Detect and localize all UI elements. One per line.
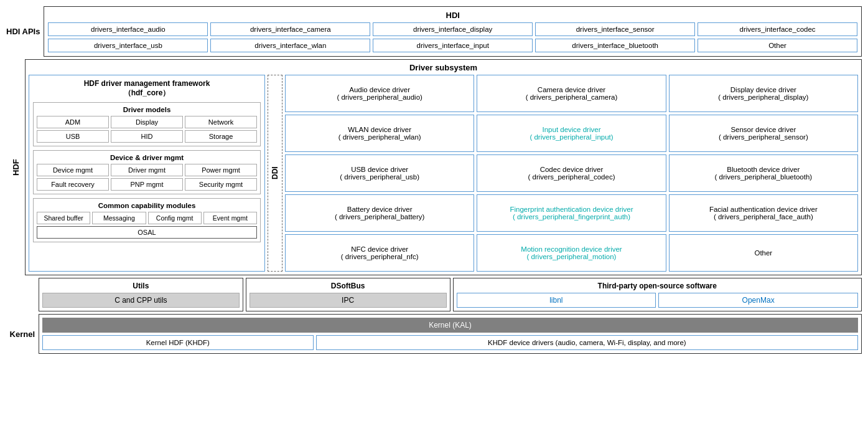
hdi-cell-codec: drivers_interface_codec [698,22,857,36]
driver-bluetooth: Bluetooth device driver( drivers_periphe… [669,154,858,192]
mgmt-security: Security mgmt [185,178,257,191]
model-display: Display [111,116,183,128]
model-usb: USB [37,130,109,143]
mgmt-driver: Driver mgmt [111,164,183,176]
common-capability-title: Common capability modules [37,202,257,209]
hdi-cell-sensor: drivers_interface_sensor [535,22,695,36]
device-driver-mgmt-title: Device & driver mgmt [37,154,257,161]
hdf-label: HDF [6,59,25,275]
third-party-title: Third-party open-source software [457,282,859,290]
driver-motion: Motion recognition device driver( driver… [477,234,666,272]
driver-codec: Codec device driver( drivers_peripheral_… [477,154,666,192]
model-adm: ADM [37,116,109,128]
bottom-middle-row: Utils C and CPP utils DSoftBus IPC Third… [39,278,862,311]
common-capability-section: Common capability modules Shared buffer … [33,198,261,242]
cap-grid: Shared buffer Messaging Config mgmt Even… [37,212,257,224]
hdi-cell-usb: drivers_interface_usb [48,39,208,52]
driver-models-section: Driver models ADM Display Network USB HI… [33,102,261,146]
hdi-cell-display: drivers_interface_display [373,22,533,36]
utils-row: Utils C and CPP utils DSoftBus IPC Third… [39,278,862,311]
kernel-khdf-drivers: KHDF device drivers (audio, camera, Wi-F… [316,335,858,350]
driver-fingerprint: Fingerprint authentication device driver… [477,194,666,232]
model-storage: Storage [185,130,257,143]
dsoftbus-box: DSoftBus IPC [246,278,450,311]
hdi-apis-row: HDI APIs HDI drivers_interface_audio dri… [6,6,862,57]
kernel-hdf: Kernel HDF (KHDF) [42,335,314,350]
kernel-row: Kernel Kernel (KAL) Kernel HDF (KHDF) KH… [6,314,862,354]
hdf-framework-box: HDF driver management framework（hdf_core… [29,75,265,272]
driver-models-title: Driver models [37,106,257,113]
driver-grid: Audio device driver( drivers_peripheral_… [285,75,858,272]
hdi-cell-audio: drivers_interface_audio [48,22,208,36]
cap-event: Event mgmt [203,212,257,224]
ddi-label: DDI [268,75,282,272]
dsoftbus-inner: IPC [250,293,447,308]
kernel-label: Kernel [6,314,39,354]
hdi-cell-other: Other [698,39,857,52]
driver-wlan: WLAN device driver( drivers_peripheral_w… [285,115,474,152]
driver-other: Other [669,234,858,272]
driver-camera: Camera device driver( drivers_peripheral… [477,75,666,112]
third-party-box: Third-party open-source software libnl O… [453,278,862,311]
hdf-framework-title: HDF driver management framework（hdf_core… [33,79,261,98]
kernel-kal: Kernel (KAL) [42,318,858,333]
driver-sensor: Sensor device driver( drivers_peripheral… [669,115,858,152]
mgmt-power: Power mgmt [185,164,257,176]
cap-config: Config mgmt [148,212,202,224]
hdi-cell-input: drivers_interface_input [373,39,533,52]
mgmt-fault: Fault recovery [37,178,109,191]
kernel-bottom: Kernel HDF (KHDF) KHDF device drivers (a… [42,335,858,350]
hdi-title: HDI [48,11,857,20]
third-libnl: libnl [457,293,656,308]
hdf-content: Driver subsystem HDF driver management f… [25,59,862,275]
kernel-section: Kernel (KAL) Kernel HDF (KHDF) KHDF devi… [39,314,862,354]
utils-title: Utils [42,282,240,290]
model-hid: HID [111,130,183,143]
driver-models-grid: ADM Display Network USB HID Storage [37,116,257,143]
cap-shared-buffer: Shared buffer [37,212,90,224]
osal-box: OSAL [37,226,257,239]
cap-messaging: Messaging [92,212,146,224]
mgmt-pnp: PNP mgmt [111,178,183,191]
driver-audio: Audio device driver( drivers_peripheral_… [285,75,474,112]
hdi-section: HDI drivers_interface_audio drivers_inte… [44,6,862,57]
third-openmax: OpenMax [658,293,858,308]
driver-usb: USB device driver( drivers_peripheral_us… [285,154,474,192]
driver-input: Input device driver( drivers_peripheral_… [477,115,666,152]
device-driver-mgmt-section: Device & driver mgmt Device mgmt Driver … [33,150,261,194]
driver-subsystem-title: Driver subsystem [29,63,858,72]
main-diagram: HDI APIs HDI drivers_interface_audio dri… [6,6,862,354]
driver-battery: Battery device driver( drivers_periphera… [285,194,474,232]
hdi-apis-label: HDI APIs [6,6,44,57]
hdi-cell-camera: drivers_interface_camera [210,22,370,36]
hdi-cell-wlan: drivers_interface_wlan [210,39,370,52]
utils-box: Utils C and CPP utils [39,278,243,311]
hdi-cell-bluetooth: drivers_interface_bluetooth [535,39,695,52]
third-party-grid: libnl OpenMax [457,293,859,308]
hdf-row: HDF Driver subsystem HDF driver manageme… [6,59,862,275]
utils-inner: C and CPP utils [42,293,240,308]
driver-subsystem-box: Driver subsystem HDF driver management f… [25,59,862,275]
mgmt-device: Device mgmt [37,164,109,176]
driver-display: Display device driver( drivers_periphera… [669,75,858,112]
driver-subsystem-inner: HDF driver management framework（hdf_core… [29,75,858,272]
driver-nfc: NFC device driver( drivers_peripheral_nf… [285,234,474,272]
device-driver-mgmt-grid: Device mgmt Driver mgmt Power mgmt Fault… [37,164,257,191]
model-network: Network [185,116,257,128]
dsoftbus-title: DSoftBus [250,282,447,290]
hdi-grid: drivers_interface_audio drivers_interfac… [48,22,857,52]
driver-face-auth: Facial authentication device driver( dri… [669,194,858,232]
